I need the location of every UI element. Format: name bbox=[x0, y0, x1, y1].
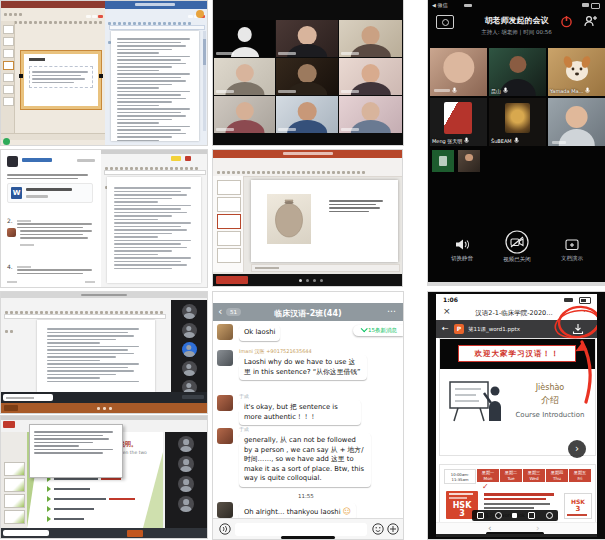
taskbar-search-input[interactable] bbox=[3, 530, 49, 536]
video-tile[interactable] bbox=[339, 58, 402, 95]
avatar[interactable] bbox=[217, 395, 233, 411]
taskbar-search-input[interactable] bbox=[3, 394, 53, 401]
system-tray[interactable] bbox=[182, 395, 204, 399]
highlight-color-button[interactable] bbox=[171, 156, 181, 161]
timestamp-pill: 11:55 bbox=[293, 491, 319, 500]
participant-cam[interactable] bbox=[178, 496, 194, 512]
message-input[interactable] bbox=[235, 523, 367, 536]
avatar[interactable] bbox=[217, 324, 233, 340]
participant-cam[interactable] bbox=[182, 304, 197, 319]
avatar[interactable] bbox=[217, 428, 233, 444]
slide-canvas[interactable] bbox=[251, 180, 398, 262]
context-popup[interactable] bbox=[29, 424, 123, 478]
document-present-button[interactable]: 文档演示 bbox=[552, 238, 592, 262]
plus-icon[interactable] bbox=[387, 523, 399, 535]
green-app-icon[interactable] bbox=[3, 138, 10, 145]
welcome-banner: 欢迎大家学习汉语！！ bbox=[458, 345, 576, 362]
file-attachment-card[interactable]: W bbox=[7, 183, 93, 203]
slide-textbox[interactable] bbox=[29, 66, 93, 88]
participant-cam-active[interactable] bbox=[182, 342, 197, 357]
toggle-speaker-button[interactable]: 切换静音 bbox=[442, 238, 482, 262]
status-bar: ◀ 微信 bbox=[428, 0, 605, 10]
video-tile[interactable] bbox=[214, 58, 275, 95]
participant-tile-small[interactable] bbox=[432, 150, 454, 172]
chat-bubble[interactable]: Laoshi why do we have to use 这里 in this … bbox=[239, 355, 367, 380]
close-icon[interactable]: × bbox=[443, 306, 451, 316]
word-page[interactable] bbox=[37, 320, 155, 392]
slide-thumbnail-panel[interactable] bbox=[213, 176, 244, 272]
participant-cam[interactable] bbox=[178, 456, 194, 472]
participant-tile[interactable] bbox=[430, 48, 487, 96]
windows-taskbar bbox=[1, 528, 207, 538]
highlighted-ribbon-button[interactable] bbox=[196, 10, 204, 18]
video-tile[interactable] bbox=[214, 96, 275, 133]
reply-time-placeholder bbox=[20, 244, 34, 246]
video-sidebar bbox=[171, 300, 207, 392]
video-tile[interactable] bbox=[276, 20, 338, 57]
avatar[interactable] bbox=[217, 502, 233, 518]
video-tile[interactable] bbox=[339, 20, 402, 57]
mic-icon bbox=[585, 87, 590, 94]
next-slide-button[interactable]: › bbox=[568, 440, 586, 458]
video-tile[interactable] bbox=[276, 96, 338, 133]
participant-cam[interactable] bbox=[178, 476, 194, 492]
viewer-toolbar-overlay[interactable] bbox=[472, 510, 558, 521]
ribbon-icons[interactable] bbox=[3, 10, 103, 48]
selection-handle-left[interactable] bbox=[19, 74, 23, 78]
taskbar-icons[interactable] bbox=[15, 139, 105, 145]
participant-tile[interactable]: Yamada Ma... bbox=[548, 48, 605, 96]
pager-placeholder[interactable] bbox=[85, 281, 95, 284]
word-page[interactable] bbox=[111, 31, 199, 141]
poster-name-placeholder[interactable] bbox=[22, 158, 52, 162]
meeting-subtitle: 主持人: 胡老师 | 时间 00:56 bbox=[428, 29, 605, 36]
mic-icon bbox=[503, 87, 508, 94]
pptx-file-icon: P bbox=[454, 324, 464, 334]
add-participant-icon[interactable] bbox=[583, 15, 597, 28]
participant-tile[interactable] bbox=[548, 98, 605, 146]
chevron-down-icon bbox=[361, 325, 368, 332]
reply-item: 2. bbox=[7, 208, 95, 230]
download-icon[interactable] bbox=[572, 323, 584, 335]
notes-pane[interactable] bbox=[251, 264, 400, 272]
more-icon[interactable]: ⋯ bbox=[387, 306, 396, 316]
font-color-button[interactable] bbox=[185, 156, 191, 161]
new-messages-pill[interactable]: 15条新消息 bbox=[353, 325, 403, 336]
post-date-placeholder bbox=[77, 159, 95, 162]
active-taskbar-app[interactable] bbox=[216, 276, 248, 284]
taskbar-icons[interactable] bbox=[55, 530, 125, 538]
video-tile[interactable] bbox=[339, 96, 402, 133]
participant-cam[interactable] bbox=[182, 361, 197, 376]
more-icon[interactable]: ⋯ bbox=[583, 307, 591, 316]
pager-placeholder[interactable] bbox=[7, 281, 17, 284]
video-tile[interactable] bbox=[214, 20, 275, 57]
poster-avatar[interactable] bbox=[7, 156, 18, 167]
back-to-app-label[interactable]: ◀ 微信 bbox=[432, 2, 447, 8]
participant-tile-small[interactable] bbox=[458, 150, 480, 172]
video-tile[interactable] bbox=[276, 58, 338, 95]
chat-bubble[interactable]: it's okay, but 把 sentence is more authen… bbox=[239, 400, 361, 425]
participant-cam[interactable] bbox=[178, 436, 194, 452]
app-menu-button[interactable] bbox=[3, 421, 15, 428]
slide-thumbnail-rail[interactable] bbox=[1, 432, 28, 528]
selection-handle-right[interactable] bbox=[99, 74, 103, 78]
reply-item bbox=[7, 228, 95, 241]
hanzi-text: 介绍 bbox=[510, 394, 590, 407]
slide-canvas[interactable] bbox=[21, 51, 101, 109]
active-taskbar-app[interactable] bbox=[127, 530, 143, 537]
bottom-edge bbox=[428, 282, 605, 285]
slide-thumbnail-rail[interactable] bbox=[1, 21, 15, 133]
end-meeting-button[interactable] bbox=[560, 15, 573, 28]
participant-tile[interactable]: Meng 张天明 bbox=[430, 98, 487, 146]
participant-tile[interactable]: 昆山 bbox=[489, 48, 546, 96]
avatar[interactable] bbox=[217, 350, 233, 366]
participant-cam[interactable] bbox=[182, 323, 197, 338]
participant-tile[interactable]: ŜuBEAM bbox=[489, 98, 546, 146]
word-page[interactable] bbox=[107, 177, 201, 283]
emoji-icon[interactable] bbox=[372, 523, 384, 535]
scrollbar[interactable] bbox=[203, 31, 206, 131]
chat-bubble[interactable]: Ok laoshi bbox=[239, 325, 280, 341]
back-arrow-icon[interactable]: ← bbox=[442, 324, 449, 333]
voice-input-icon[interactable] bbox=[219, 523, 231, 535]
chat-bubble[interactable]: generally, 从 can not be followed by a pe… bbox=[239, 433, 371, 487]
camera-off-button[interactable]: 视频已关闭 bbox=[494, 230, 540, 263]
